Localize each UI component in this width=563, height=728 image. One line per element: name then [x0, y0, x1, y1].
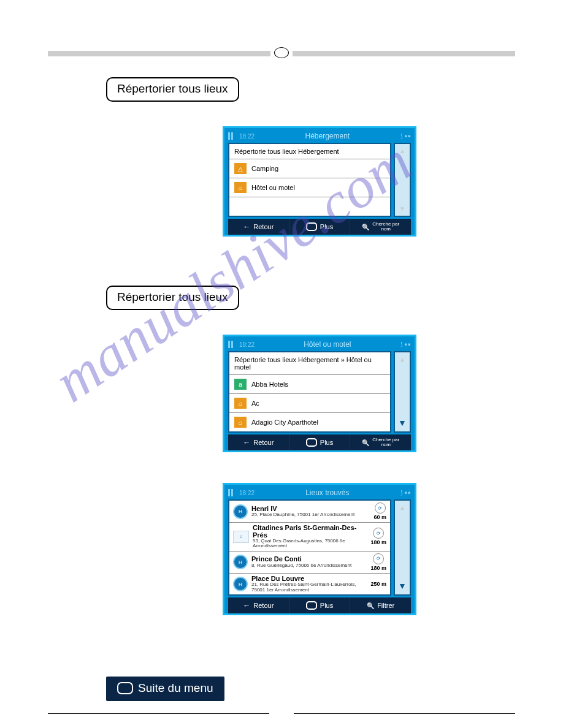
- search-label-l2: nom: [381, 442, 391, 447]
- scroll-down-icon[interactable]: ▼: [398, 418, 407, 428]
- divider-left: [48, 51, 270, 56]
- list-item[interactable]: △ Camping: [229, 159, 390, 178]
- search-label-l2: nom: [381, 226, 391, 232]
- list-item-label: Abba Hotels: [251, 381, 288, 388]
- list-item-label: Camping: [251, 165, 278, 172]
- scroll-up-icon[interactable]: ▲: [399, 504, 405, 511]
- pause-icon: [228, 132, 236, 140]
- suite-label: Suite du menu: [138, 681, 213, 695]
- page-badge: [274, 47, 289, 58]
- result-row[interactable]: H Prince De Conti 8, Rue Guénégaud, 7500…: [229, 552, 390, 574]
- result-row[interactable]: H Place Du Louvre 21, Rue Des Prêtres-Sa…: [229, 574, 390, 594]
- device-screenshot-3: 18:22 Lieux trouvés ⟆ ●● H Henri IV 25, …: [223, 483, 416, 615]
- device-screenshot-1: 18:22 Hébergement ⟆ ●● Répertorie tous l…: [223, 126, 416, 237]
- back-label: Retour: [253, 223, 274, 230]
- device-time: 18:22: [239, 133, 255, 140]
- status-icons: ⟆ ●●: [400, 490, 411, 496]
- back-button[interactable]: Retour: [228, 219, 289, 235]
- more-label: Plus: [320, 439, 333, 446]
- scroll-up-icon[interactable]: ▲: [399, 148, 405, 154]
- result-row[interactable]: H Henri IV 25, Place Dauphine, 75001 1er…: [229, 501, 390, 523]
- list-item-label: Hôtel ou motel: [251, 184, 295, 191]
- back-arrow-icon: [243, 601, 250, 610]
- back-button[interactable]: Retour: [228, 597, 289, 613]
- result-distance: 250 m: [370, 581, 386, 587]
- brand-icon: ⌂: [234, 398, 247, 409]
- location-pin-icon: H: [233, 504, 248, 519]
- status-icons: ⟆ ●●: [400, 133, 411, 139]
- back-label: Retour: [253, 439, 274, 446]
- result-distance: 180 m: [370, 539, 386, 545]
- more-icon: [306, 222, 317, 231]
- search-icon: [367, 602, 374, 609]
- breadcrumb[interactable]: Répertorie tous lieux Hébergement » Hôte…: [229, 352, 390, 375]
- back-arrow-icon: [243, 438, 250, 447]
- filter-label: Filtrer: [377, 602, 394, 609]
- result-row[interactable]: C Citadines Paris St-Germain-Des-Prés 53…: [229, 523, 390, 552]
- result-subtitle: 53, Quai Des Grands-Augustins, 75006 6e …: [253, 539, 367, 549]
- brand-icon: a: [234, 379, 247, 390]
- pause-icon: [228, 489, 236, 496]
- header-divider: [0, 48, 563, 59]
- divider-right: [293, 51, 515, 56]
- pause-icon: [228, 341, 236, 348]
- result-distance: 180 m: [370, 565, 386, 571]
- target-icon[interactable]: ⟳: [373, 553, 384, 564]
- result-subtitle: 25, Place Dauphine, 75001 1er Arrondisse…: [251, 512, 370, 517]
- list-item[interactable]: ⌂ Hôtel ou motel: [229, 178, 390, 197]
- more-icon: [306, 438, 317, 447]
- device-time: 18:22: [239, 490, 255, 496]
- more-label: Plus: [320, 223, 333, 230]
- location-pin-icon: H: [233, 577, 248, 591]
- list-item[interactable]: ⌂ Adagio City Aparthotel: [229, 413, 390, 431]
- brand-icon: ⌂: [234, 417, 247, 428]
- back-label: Retour: [253, 602, 274, 609]
- more-button[interactable]: Plus: [289, 597, 351, 613]
- list-item-label: Adagio City Aparthotel: [251, 419, 318, 426]
- scroll-down-icon[interactable]: ▼: [398, 581, 407, 591]
- search-by-name-button[interactable]: Cherche par nom: [350, 219, 411, 235]
- filter-button[interactable]: Filtrer: [350, 597, 411, 613]
- search-icon: [362, 439, 369, 446]
- more-label: Plus: [320, 602, 333, 609]
- more-icon: [306, 601, 317, 610]
- brand-logo: C: [233, 531, 249, 543]
- list-item[interactable]: ⌂ Ac: [229, 394, 390, 413]
- menu-ring-icon: [117, 682, 133, 694]
- scrollbar[interactable]: ▲ ▼: [394, 499, 411, 596]
- results-list: H Henri IV 25, Place Dauphine, 75001 1er…: [228, 499, 391, 596]
- scrollbar[interactable]: ▲ ▼: [394, 143, 411, 217]
- device-screenshot-2: 18:22 Hôtel ou motel ⟆ ●● Répertorie tou…: [223, 335, 416, 452]
- result-distance: 60 m: [373, 514, 386, 520]
- more-button[interactable]: Plus: [289, 434, 351, 450]
- target-icon[interactable]: ⟳: [373, 528, 384, 539]
- location-pin-icon: H: [233, 555, 248, 569]
- suite-du-menu-button[interactable]: Suite du menu: [106, 677, 224, 701]
- category-list: Répertorie tous lieux Hébergement △ Camp…: [228, 143, 391, 217]
- camping-icon: △: [234, 163, 247, 174]
- status-icons: ⟆ ●●: [400, 341, 411, 347]
- scroll-up-icon[interactable]: ▲: [399, 356, 405, 363]
- breadcrumb[interactable]: Répertorie tous lieux Hébergement: [229, 144, 390, 159]
- hotel-icon: ⌂: [234, 182, 247, 193]
- device-title: Hôtel ou motel: [304, 340, 351, 349]
- back-button[interactable]: Retour: [228, 434, 289, 450]
- search-icon: [362, 223, 369, 230]
- more-button[interactable]: Plus: [289, 219, 351, 235]
- device-title: Lieux trouvés: [305, 488, 349, 497]
- repertorier-button-2[interactable]: Répertorier tous lieux: [106, 286, 239, 310]
- list-item-label: Ac: [251, 400, 259, 407]
- result-subtitle: 21, Rue Des Prêtres-Saint-Germain-L'auxe…: [251, 582, 367, 593]
- footer-rules: [48, 713, 515, 714]
- scroll-down-icon[interactable]: ▼: [399, 205, 405, 212]
- list-item[interactable]: a Abba Hotels: [229, 375, 390, 394]
- device-time: 18:22: [239, 341, 255, 348]
- search-by-name-button[interactable]: Cherche par nom: [350, 434, 411, 450]
- back-arrow-icon: [243, 222, 250, 231]
- repertorier-button-1[interactable]: Répertorier tous lieux: [106, 77, 239, 102]
- brand-list: Répertorie tous lieux Hébergement » Hôte…: [228, 351, 391, 433]
- scrollbar[interactable]: ▲ ▼: [394, 351, 411, 433]
- target-icon[interactable]: ⟳: [375, 502, 386, 514]
- device-title: Hébergement: [305, 132, 350, 140]
- result-subtitle: 8, Rue Guénégaud, 75006 6e Arrondissemen…: [251, 563, 367, 568]
